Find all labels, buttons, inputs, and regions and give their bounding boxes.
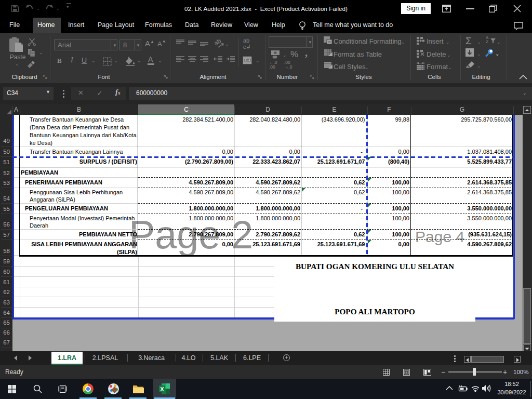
svg-text:X: X: [160, 386, 164, 392]
